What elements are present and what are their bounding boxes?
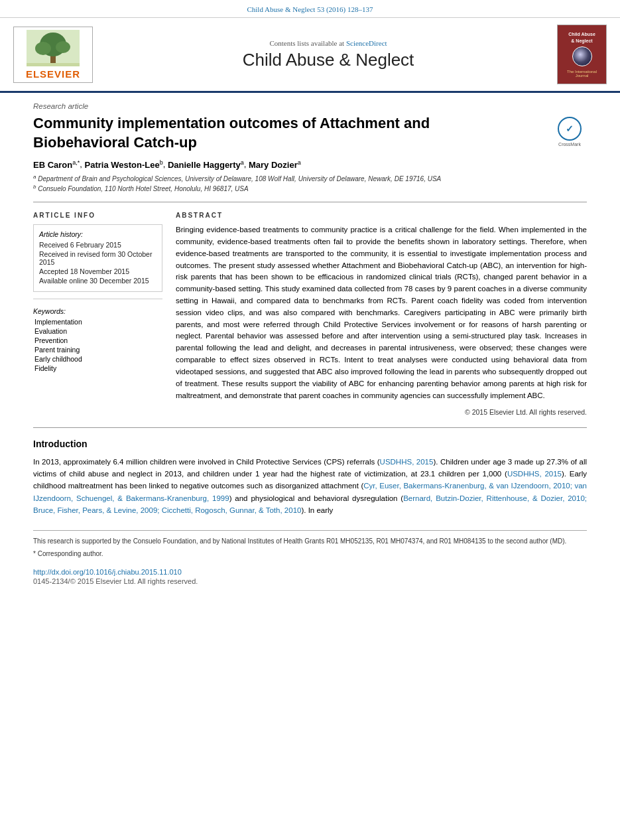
intro-text-4: ) and — [229, 494, 251, 502]
author-name-1: EB Caron — [33, 160, 72, 170]
keyword-6: Fidelity — [33, 364, 162, 372]
affil-sup-a: a — [33, 174, 36, 180]
keywords-section: Keywords: Implementation Evaluation Prev… — [33, 307, 162, 372]
journal-main-title: Child Abuse & Neglect — [113, 50, 544, 70]
ref-usdhhs-2015-1[interactable]: USDHHS, 2015 — [380, 458, 434, 466]
crossmark-badge: ✓ CrossMark — [552, 117, 587, 147]
elsevier-logo-area: ELSEVIER — [13, 27, 99, 83]
svg-point-3 — [56, 41, 70, 53]
abstract-paragraph: Bringing evidence-based treatments to co… — [176, 224, 587, 401]
introduction-text: In 2013, approximately 6.4 million child… — [33, 456, 587, 517]
intro-text-5: and behavioral dysregulation ( — [294, 494, 403, 502]
keyword-4: Parent training — [33, 346, 162, 354]
author-danielle: Danielle Haggertya — [168, 160, 244, 170]
abstract-section-label: ABSTRACT — [176, 212, 587, 219]
affiliation-b: b Consuelo Foundation, 110 North Hotel S… — [33, 184, 587, 192]
author-sup-1: a,* — [72, 159, 80, 165]
author-sup-3: a — [241, 159, 244, 165]
author-name-4: Mary Dozier — [249, 160, 298, 170]
keywords-heading: Keywords: — [33, 307, 162, 315]
keywords-divider — [33, 299, 162, 299]
doi-line: http://dx.doi.org/10.1016/j.chiabu.2015.… — [33, 568, 587, 576]
right-column: ABSTRACT Bringing evidence-based treatme… — [176, 212, 587, 417]
affiliation-a: a Department of Brain and Psychological … — [33, 174, 587, 182]
crossmark-icon: ✓ — [566, 123, 574, 135]
physiological-word: physiological — [251, 494, 294, 502]
svg-rect-4 — [27, 63, 80, 66]
elsevier-tree-illustration — [27, 30, 80, 66]
sciencedirect-link: Contents lists available at ScienceDirec… — [113, 39, 544, 47]
sciencedirect-anchor[interactable]: ScienceDirect — [346, 39, 387, 47]
author-sup-4: a — [298, 159, 301, 165]
journal-cover-image: Child Abuse& Neglect The International J… — [557, 25, 607, 84]
revised-date: Received in revised form 30 October 2015 — [39, 250, 156, 266]
crossmark-circle: ✓ — [558, 117, 582, 141]
footnote-2: * Corresponding author. — [33, 549, 587, 559]
available-date: Available online 30 December 2015 — [39, 277, 156, 285]
journal-citation: Child Abuse & Neglect 53 (2016) 128–137 — [247, 5, 373, 13]
article-title-area: Community implementation outcomes of Att… — [33, 114, 587, 152]
introduction-heading: Introduction — [33, 439, 587, 449]
doi-link[interactable]: http://dx.doi.org/10.1016/j.chiabu.2015.… — [33, 568, 182, 576]
keyword-3: Prevention — [33, 336, 162, 344]
two-column-layout: ARTICLE INFO Article history: Received 6… — [33, 212, 587, 417]
divider-1 — [33, 202, 587, 202]
ref-usdhhs-2015-2[interactable]: USDHHS, 2015 — [507, 470, 562, 478]
keyword-5: Early childhood — [33, 355, 162, 363]
divider-2 — [33, 427, 587, 428]
author-name-3: Danielle Haggerty — [168, 160, 241, 170]
elsevier-logo-box: ELSEVIER — [13, 27, 93, 83]
footnote-1: This research is supported by the Consue… — [33, 536, 587, 546]
journal-citation-bar: Child Abuse & Neglect 53 (2016) 128–137 — [0, 0, 620, 18]
footnotes-area: This research is supported by the Consue… — [33, 530, 587, 559]
authors-line: EB Carona,*, Patria Weston-Leeb, Daniell… — [33, 159, 587, 169]
article-info-box: Article history: Received 6 February 201… — [33, 224, 162, 292]
cover-subtitle: The International Journal — [560, 70, 603, 78]
elsevier-wordmark: ELSEVIER — [17, 68, 90, 80]
intro-text-6: ). In early — [301, 506, 333, 514]
cover-globe-icon — [572, 46, 592, 66]
article-main-title: Community implementation outcomes of Att… — [33, 114, 484, 152]
crossmark-label: CrossMark — [552, 142, 587, 147]
copyright-line: © 2015 Elsevier Ltd. All rights reserved… — [176, 407, 587, 417]
affil-sup-b: b — [33, 184, 36, 190]
left-column: ARTICLE INFO Article history: Received 6… — [33, 212, 162, 417]
author-eb-caron: EB Carona,* — [33, 160, 80, 170]
intro-text-1: In 2013, approximately 6.4 million child… — [33, 458, 380, 466]
elsevier-header: ELSEVIER Contents lists available at Sci… — [0, 18, 620, 93]
keyword-2: Evaluation — [33, 327, 162, 335]
author-sup-2: b — [160, 159, 163, 165]
author-patria: Patria Weston-Leeb — [84, 160, 162, 170]
svg-point-2 — [35, 42, 51, 55]
author-mary: Mary Doziera — [249, 160, 301, 170]
issn-line: 0145-2134/© 2015 Elsevier Ltd. All right… — [33, 577, 587, 585]
introduction-section: Introduction In 2013, approximately 6.4 … — [33, 439, 587, 517]
bottom-links: http://dx.doi.org/10.1016/j.chiabu.2015.… — [33, 568, 587, 585]
article-history-heading: Article history: — [39, 230, 156, 238]
journal-title-center: Contents lists available at ScienceDirec… — [113, 39, 544, 70]
abstract-text: Bringing evidence-based treatments to co… — [176, 224, 587, 417]
article-content: Research article Community implementatio… — [0, 93, 620, 598]
author-name-2: Patria Weston-Lee — [84, 160, 159, 170]
accepted-date: Accepted 18 November 2015 — [39, 267, 156, 275]
cover-title-text: Child Abuse& Neglect — [568, 31, 595, 43]
article-type-label: Research article — [33, 102, 587, 110]
article-info-section-label: ARTICLE INFO — [33, 212, 162, 219]
keyword-1: Implementation — [33, 318, 162, 326]
received-date: Received 6 February 2015 — [39, 241, 156, 249]
